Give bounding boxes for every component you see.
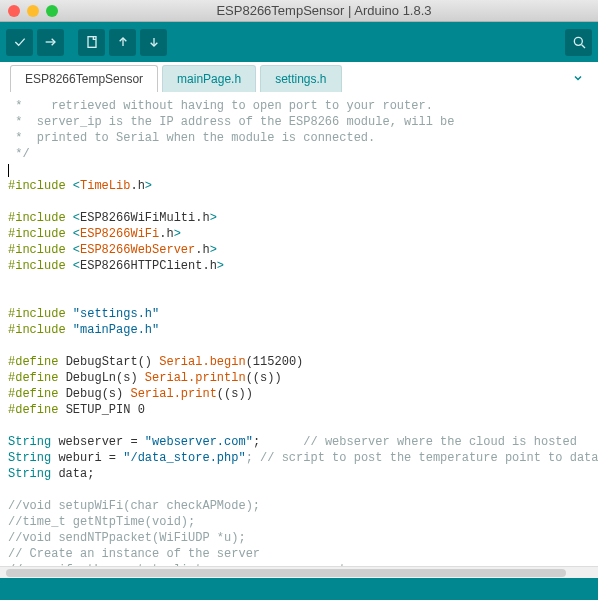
var-decl: webserver =	[51, 435, 145, 449]
serial-monitor-button[interactable]	[565, 29, 592, 56]
keyword: #include	[8, 211, 66, 225]
semi: ;	[253, 435, 260, 449]
macro-name: SETUP_PIN 0	[66, 403, 145, 417]
type: String	[8, 451, 51, 465]
close-icon[interactable]	[8, 5, 20, 17]
comment-line: // Create an instance of the server	[8, 547, 260, 561]
angle-bracket: <	[73, 243, 80, 257]
angle-bracket: >	[145, 179, 152, 193]
horizontal-scrollbar[interactable]	[0, 566, 598, 578]
window-controls[interactable]	[8, 5, 58, 17]
toolbar	[0, 22, 598, 62]
func: Serial.print	[130, 387, 216, 401]
var-decl: weburi =	[51, 451, 123, 465]
comment-line: //void sendNTPpacket(WiFiUDP *u);	[8, 531, 246, 545]
comment-line: */	[8, 147, 30, 161]
comment-line: * server_ip is the IP address of the ESP…	[8, 115, 454, 129]
keyword: #include	[8, 323, 66, 337]
string: "webserver.com"	[145, 435, 253, 449]
string: "	[73, 307, 80, 321]
keyword: #define	[8, 371, 58, 385]
angle-bracket: <	[73, 179, 80, 193]
text-cursor	[8, 164, 9, 177]
lib-name: ESP8266WiFi	[80, 227, 159, 241]
angle-bracket: >	[210, 243, 217, 257]
macro-name: DebugStart()	[66, 355, 160, 369]
tab-menu-button[interactable]	[568, 68, 588, 88]
tab-settings-h[interactable]: settings.h	[260, 65, 341, 92]
string: mainPage.h	[80, 323, 152, 337]
args: ((s))	[217, 387, 253, 401]
comment-line: * retrieved without having to open port …	[8, 99, 433, 113]
ext: .h	[159, 227, 173, 241]
tab-bar: ESP8266TempSensor mainPage.h settings.h	[0, 62, 598, 92]
keyword: #include	[8, 243, 66, 257]
type: String	[8, 435, 51, 449]
angle-bracket: <	[73, 211, 80, 225]
angle-bracket: >	[217, 259, 224, 273]
upload-button[interactable]	[37, 29, 64, 56]
svg-point-4	[574, 37, 582, 45]
ext: .h	[130, 179, 144, 193]
lib-name: ESP8266HTTPClient.h	[80, 259, 217, 273]
comment-line: //time_t getNtpTime(void);	[8, 515, 195, 529]
tab-mainpage-h[interactable]: mainPage.h	[162, 65, 256, 92]
scrollbar-thumb[interactable]	[6, 569, 566, 577]
lib-name: ESP8266WebServer	[80, 243, 195, 257]
lib-name: ESP8266WiFiMulti.h	[80, 211, 210, 225]
keyword: #include	[8, 179, 66, 193]
tab-main-sketch[interactable]: ESP8266TempSensor	[10, 65, 158, 93]
save-button[interactable]	[140, 29, 167, 56]
string: "/data_store.php"	[123, 451, 245, 465]
lib-name: TimeLib	[80, 179, 130, 193]
window-title: ESP8266TempSensor | Arduino 1.8.3	[58, 3, 590, 18]
keyword: #define	[8, 387, 58, 401]
new-button[interactable]	[78, 29, 105, 56]
comment: ; // script to post the temperature poin…	[246, 451, 598, 465]
func: Serial.println	[145, 371, 246, 385]
minimize-icon[interactable]	[27, 5, 39, 17]
keyword: #include	[8, 307, 66, 321]
macro-name: DebugLn(s)	[66, 371, 145, 385]
angle-bracket: >	[210, 211, 217, 225]
keyword: #include	[8, 227, 66, 241]
string: "	[152, 307, 159, 321]
comment: // webserver where the cloud is hosted	[260, 435, 577, 449]
args: (115200)	[246, 355, 304, 369]
window-title-bar: ESP8266TempSensor | Arduino 1.8.3	[0, 0, 598, 22]
angle-bracket: <	[73, 259, 80, 273]
keyword: #define	[8, 403, 58, 417]
macro-name: Debug(s)	[66, 387, 131, 401]
type: String	[8, 467, 51, 481]
angle-bracket: <	[73, 227, 80, 241]
comment-line: * printed to Serial when the module is c…	[8, 131, 375, 145]
svg-line-5	[581, 45, 584, 48]
open-button[interactable]	[109, 29, 136, 56]
var-decl: data;	[51, 467, 94, 481]
string: "	[152, 323, 159, 337]
maximize-icon[interactable]	[46, 5, 58, 17]
string: "	[73, 323, 80, 337]
svg-rect-1	[88, 37, 96, 48]
string: settings.h	[80, 307, 152, 321]
comment-line: //void setupWiFi(char checkAPMode);	[8, 499, 260, 513]
func: Serial.begin	[159, 355, 245, 369]
keyword: #define	[8, 355, 58, 369]
ext: .h	[195, 243, 209, 257]
angle-bracket: >	[174, 227, 181, 241]
status-bar	[0, 578, 598, 600]
verify-button[interactable]	[6, 29, 33, 56]
keyword: #include	[8, 259, 66, 273]
code-editor[interactable]: * retrieved without having to open port …	[0, 92, 598, 566]
args: ((s))	[246, 371, 282, 385]
